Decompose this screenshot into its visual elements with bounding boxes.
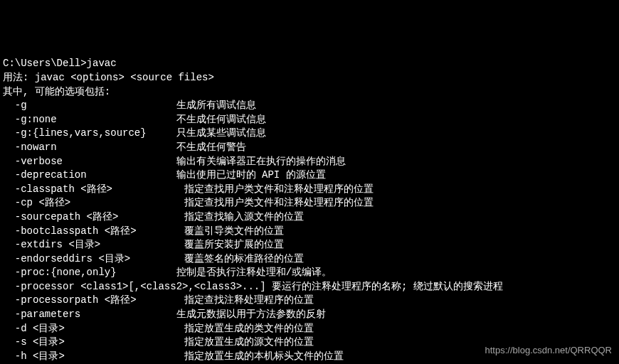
terminal-output: C:\Users\Dell>javac 用法: javac <options> …	[3, 57, 616, 364]
watermark-text: https://blog.csdn.net/QRRQQR	[485, 344, 612, 357]
